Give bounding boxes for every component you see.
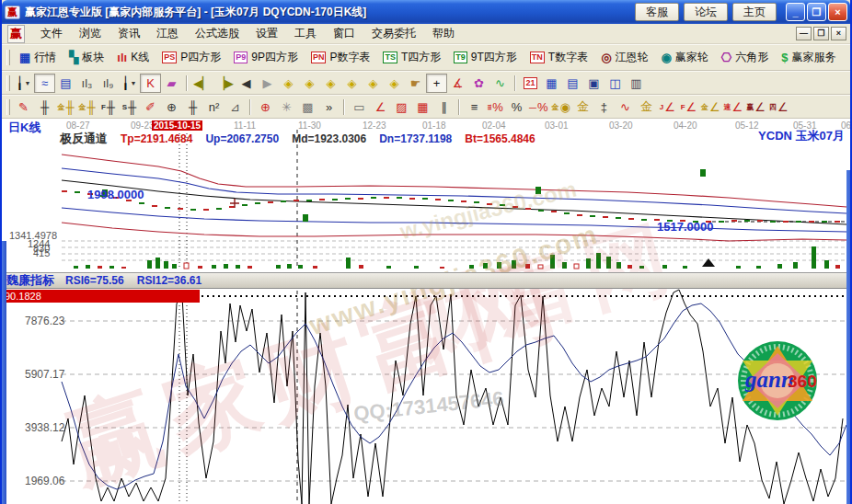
tool-box-fan[interactable]: ▨ (391, 97, 412, 117)
tool-gold-ruler-a[interactable]: 金╫ (55, 97, 76, 117)
maximize-button[interactable]: ❐ (807, 3, 826, 21)
tool-kline[interactable]: ılıK线 (110, 47, 155, 68)
mdi-button-0[interactable]: — (796, 27, 812, 40)
tool-gann-wheel[interactable]: ◎江恩轮 (594, 47, 654, 68)
tool-square-spiral[interactable]: ▩ (297, 97, 318, 117)
tool-calculator[interactable]: ▦ (541, 74, 562, 93)
tool-fan-lines[interactable]: ∠ (370, 97, 391, 117)
tool-gold-line[interactable]: 金 (572, 97, 593, 117)
menu-item[interactable]: 工具 (286, 24, 325, 43)
tool-n-square[interactable]: n² (203, 97, 225, 117)
tool-percent-line[interactable]: —% (527, 97, 550, 117)
tool-speed-angle[interactable]: 速∠ (722, 97, 745, 117)
tool-crosshair[interactable]: + (426, 74, 447, 93)
chart-canvas[interactable]: 赢家财富网 财富网 www.yingjia360.com w.yingjia36… (2, 119, 852, 504)
tool-p-square[interactable]: PSP四方形 (155, 47, 227, 68)
menu-item[interactable]: 窗口 (325, 24, 363, 43)
tool-9t-square[interactable]: T99T四方形 (447, 47, 524, 68)
tool-bars-3[interactable]: ıl₃ (76, 74, 98, 93)
tool-next-bar[interactable]: ▶ (257, 74, 278, 93)
quick-button-0[interactable]: 客服 (635, 3, 679, 21)
menu-item[interactable]: 文件 (32, 24, 71, 43)
tool-gold-angle[interactable]: 金∠ (699, 97, 722, 117)
tool-pen-ruler[interactable]: ✐ (140, 97, 161, 117)
tool-send-chart[interactable]: ◫ (604, 74, 626, 93)
tool-candle-width[interactable]: ╽▼ (119, 74, 140, 93)
tool-wave-count[interactable]: ∿ (615, 97, 636, 117)
menu-item[interactable]: 浏览 (71, 24, 109, 43)
tool-restore-k[interactable]: K (140, 74, 161, 93)
menu-item[interactable]: 资讯 (109, 24, 148, 43)
mdi-button-2[interactable]: × (831, 27, 846, 40)
rsi-panel-header[interactable]: 魏廉指标 RSI6=75.56RSI12=36.61 (2, 272, 852, 289)
menu-item[interactable]: 帮助 (424, 24, 463, 43)
tool-info-panel[interactable]: ▤ (55, 74, 76, 93)
menu-item[interactable]: 公式选股 (187, 24, 248, 43)
tool-color-volume[interactable]: ▰ (161, 74, 182, 93)
tool-diamond-shrink[interactable]: ◈ (341, 74, 363, 93)
tool-box-grid[interactable]: ▦ (412, 97, 433, 117)
tool-parallel-lines[interactable]: ∥ (433, 97, 455, 117)
tool-gold-section[interactable]: 金◉ (550, 97, 572, 117)
tool-diamond-star[interactable]: ◈ (363, 74, 384, 93)
tool-diamond-left[interactable]: ◈ (278, 74, 299, 93)
menu-item[interactable]: 交易委托 (363, 24, 424, 43)
tool-four-angle[interactable]: 四∠ (767, 97, 790, 117)
tool-angle-mark[interactable]: ∡ (447, 74, 468, 93)
close-button[interactable]: × (828, 3, 847, 21)
tool-box-rect[interactable]: ▭ (349, 97, 370, 117)
tool-price-ladder[interactable]: ≡ (464, 97, 485, 117)
tool-time-price-tool[interactable]: ‡ (593, 97, 615, 117)
tool-memo[interactable]: ▤ (562, 74, 583, 93)
tool-system-tool[interactable]: ▥ (626, 74, 647, 93)
tool-gann-flower[interactable]: ✿ (468, 74, 489, 93)
tool-t-number-table[interactable]: TNT数字表 (524, 47, 594, 68)
tool-prev-bar[interactable]: ◀ (236, 74, 257, 93)
quick-button-1[interactable]: 论坛 (684, 3, 728, 21)
tool-calendar[interactable]: 21 (520, 74, 541, 93)
tool-quotes[interactable]: ▦行情 (13, 47, 63, 68)
volume-bar (359, 265, 363, 269)
tool-s-ruler[interactable]: S╫ (119, 97, 140, 117)
tool-gold-bar[interactable]: 金 (636, 97, 657, 117)
tool-ruler-lines[interactable]: ╫ (34, 97, 55, 117)
tool-hexagon[interactable]: ⎔六角形 (715, 47, 775, 68)
tool-bars-9[interactable]: ıl₉ (98, 74, 119, 93)
tool-wave-tool[interactable]: ∿ (489, 74, 511, 93)
tool-first-page[interactable]: ◀▏ (191, 74, 213, 93)
tool-circle-count[interactable]: ⊕ (161, 97, 182, 117)
tool-win-angle[interactable]: 赢∠ (744, 97, 767, 117)
tool-brush[interactable]: ✎ (13, 97, 34, 117)
tool-diamond-right[interactable]: ◈ (299, 74, 320, 93)
tool-last-page[interactable]: ▕▶ (213, 74, 236, 93)
tool-diamond-cross[interactable]: ◈ (384, 74, 405, 93)
tool-gann-circle[interactable]: ⊕ (255, 97, 276, 117)
tool-plain-ruler[interactable]: ╫ (182, 97, 203, 117)
right-scrollbar-strip[interactable] (846, 170, 852, 504)
tool-kline-style[interactable]: ╽▼ (13, 74, 34, 93)
tool-gold-ruler-b[interactable]: 金╫ (76, 97, 98, 117)
menu-item[interactable]: 设置 (248, 24, 286, 43)
tool-f-angle[interactable]: F∠ (678, 97, 699, 117)
tool-star-burst[interactable]: ✳ (276, 97, 297, 117)
tool-percent-retrace[interactable]: Ⲷ% (485, 97, 506, 117)
tool-sectors[interactable]: ▚板块 (63, 47, 110, 68)
tool-winner-service[interactable]: $赢家服务 (775, 47, 842, 68)
tool-f-ruler[interactable]: F╫ (98, 97, 119, 117)
menu-item[interactable]: 江恩 (148, 24, 187, 43)
tool-9p-square[interactable]: P99P四方形 (227, 47, 305, 68)
minimize-button[interactable]: _ (786, 3, 805, 21)
tool-percent[interactable]: % (506, 97, 527, 117)
tool-j-angle[interactable]: J∠ (657, 97, 678, 117)
quick-button-2[interactable]: 主页 (732, 3, 777, 21)
tool-t-square[interactable]: TST四方形 (376, 47, 447, 68)
tool-save[interactable]: ▣ (583, 74, 604, 93)
tool-drag-hand[interactable]: ☛ (405, 74, 426, 93)
tool-compress-curve[interactable]: ≈ (34, 74, 55, 93)
tool-p-number-table[interactable]: PNP数字表 (305, 47, 377, 68)
tool-compass-angle[interactable]: ⊿ (225, 97, 246, 117)
tool-winner-wheel[interactable]: ◉赢家轮 (655, 47, 715, 68)
tool-diamond-expand[interactable]: ◈ (320, 74, 341, 93)
tool-more-tools[interactable]: » (318, 97, 340, 117)
mdi-button-1[interactable]: ❐ (813, 27, 829, 40)
